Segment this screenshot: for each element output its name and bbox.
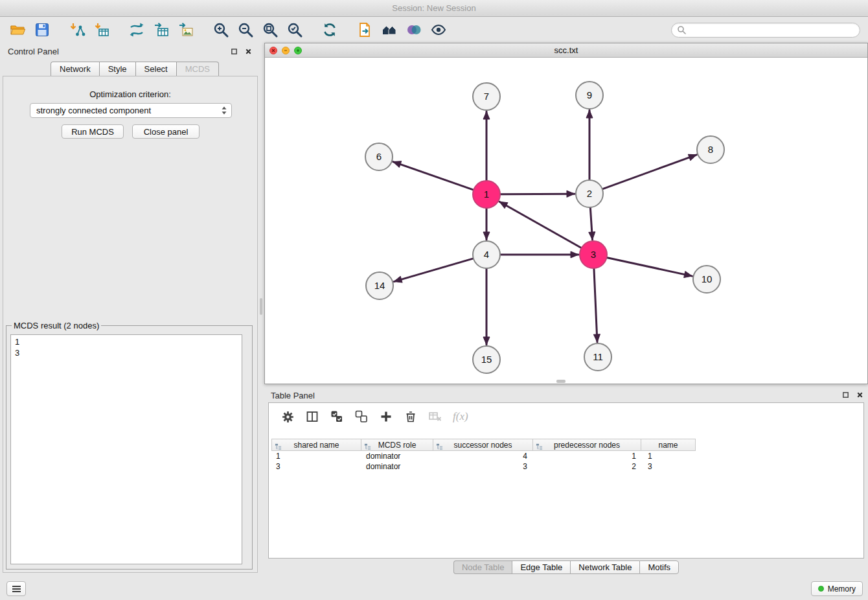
graph-node-1[interactable]: 1 <box>473 181 500 208</box>
graph-node-8[interactable]: 8 <box>697 136 724 163</box>
zoom-in-button[interactable] <box>211 19 231 40</box>
tab-select[interactable]: Select <box>135 62 176 76</box>
close-panel-button[interactable]: Close panel <box>132 124 200 139</box>
graph-edge-3-1[interactable] <box>499 202 582 248</box>
delete-table-button[interactable] <box>427 408 444 425</box>
export-network-button[interactable] <box>354 19 375 40</box>
tab-edge-table[interactable]: Edge Table <box>512 560 570 574</box>
graph-node-2[interactable]: 2 <box>576 180 603 207</box>
criterion-dropdown[interactable]: strongly connected component <box>30 103 232 118</box>
cell-shared-name[interactable]: 3 <box>271 461 361 472</box>
graph-node-label: 4 <box>484 249 489 260</box>
float-panel-button[interactable] <box>229 47 238 56</box>
tab-network[interactable]: Network <box>51 62 99 76</box>
search-field[interactable] <box>671 23 860 38</box>
mcds-result-list[interactable]: 1 3 <box>10 334 242 564</box>
new-network-button[interactable] <box>126 19 147 40</box>
graph-node-6[interactable]: 6 <box>365 143 393 170</box>
window-title: Session: New Session <box>392 3 475 13</box>
column-header-name[interactable]: name <box>641 439 696 451</box>
graph-node-14[interactable]: 14 <box>366 272 393 299</box>
save-session-button[interactable] <box>32 19 52 40</box>
delete-table-icon <box>428 410 442 423</box>
cell-predecessor-nodes[interactable]: 1 <box>534 451 643 461</box>
table-row[interactable]: 1 dominator 4 1 1 <box>271 451 861 461</box>
cell-name[interactable]: 3 <box>643 461 698 472</box>
toolbar-separator <box>114 30 124 30</box>
horizontal-scrollbar[interactable] <box>265 379 867 384</box>
export-image-button[interactable] <box>176 19 196 40</box>
graph-edge-1-6[interactable] <box>393 162 474 190</box>
unselect-all-columns-button[interactable] <box>353 408 370 425</box>
panel-divider[interactable] <box>258 43 264 577</box>
cell-predecessor-nodes[interactable]: 2 <box>534 461 643 472</box>
tab-network-table[interactable]: Network Table <box>570 560 639 574</box>
table-row[interactable]: 3 dominator 3 2 3 <box>271 461 861 472</box>
select-all-columns-button[interactable] <box>328 408 345 425</box>
graph-edge-4-14[interactable] <box>394 259 474 282</box>
graph-node-15[interactable]: 15 <box>473 346 500 373</box>
graph-node-4[interactable]: 4 <box>473 241 500 268</box>
mcds-result-box: MCDS result (2 nodes) 1 3 <box>6 321 253 570</box>
graph-node-10[interactable]: 10 <box>693 266 720 293</box>
graph-node-label: 1 <box>484 189 489 200</box>
graph-node-7[interactable]: 7 <box>473 83 500 110</box>
network-window-title: scc.txt <box>265 45 867 55</box>
import-network-button[interactable] <box>67 19 87 40</box>
graph-node-9[interactable]: 9 <box>576 82 603 109</box>
delete-column-button[interactable] <box>402 408 419 425</box>
cell-name[interactable]: 1 <box>643 451 698 461</box>
show-hide-button[interactable] <box>428 19 449 40</box>
tab-motifs[interactable]: Motifs <box>639 560 679 574</box>
table-panel: Table Panel <box>264 387 868 577</box>
cell-successor-nodes[interactable]: 3 <box>434 461 534 472</box>
show-columns-button[interactable] <box>304 408 321 425</box>
column-header-predecessor-nodes[interactable]: predecessor nodes <box>532 439 641 451</box>
cell-mcds-role[interactable]: dominator <box>361 451 434 461</box>
search-input[interactable] <box>689 25 854 35</box>
tab-node-table[interactable]: Node Table <box>453 560 512 574</box>
column-header-mcds-role[interactable]: MCDS role <box>361 439 433 451</box>
gear-icon <box>281 410 295 424</box>
refresh-button[interactable] <box>319 19 340 40</box>
panel-menu-button[interactable] <box>6 581 26 596</box>
function-builder-button[interactable]: f(x) <box>451 408 468 425</box>
close-table-panel-button[interactable] <box>855 390 864 399</box>
cell-shared-name[interactable]: 1 <box>271 451 361 461</box>
import-table-button[interactable] <box>91 19 112 40</box>
zoom-out-button[interactable] <box>235 19 256 40</box>
graph-edge-1-2[interactable] <box>500 194 575 194</box>
cell-mcds-role[interactable]: dominator <box>361 461 434 472</box>
zoom-fit-button[interactable] <box>260 19 280 40</box>
open-folder-button[interactable] <box>7 19 28 40</box>
new-table-button[interactable] <box>151 19 172 40</box>
tab-mcds[interactable]: MCDS <box>176 62 219 76</box>
graph-edge-3-10[interactable] <box>607 257 692 276</box>
style-venn-icon <box>405 21 422 38</box>
column-header-successor-nodes[interactable]: successor nodes <box>433 439 533 451</box>
table-options-button[interactable] <box>279 408 296 425</box>
zoom-selected-button[interactable] <box>284 19 305 40</box>
toolbar-separator <box>307 30 317 30</box>
graph-edge-2-8[interactable] <box>602 155 697 189</box>
trash-icon <box>404 410 417 423</box>
graph-node-3[interactable]: 3 <box>580 241 607 268</box>
network-graph[interactable]: 7968124314101511 <box>265 58 867 384</box>
cell-successor-nodes[interactable]: 4 <box>434 451 534 461</box>
graph-node-11[interactable]: 11 <box>584 343 611 371</box>
close-control-panel-button[interactable] <box>244 47 253 56</box>
run-mcds-button[interactable]: Run MCDS <box>62 124 124 139</box>
create-column-button[interactable] <box>378 408 394 425</box>
style-preview-button[interactable] <box>404 19 424 40</box>
graph-edge-3-11[interactable] <box>594 268 597 342</box>
network-canvas[interactable]: 7968124314101511 <box>265 58 867 384</box>
float-table-panel-button[interactable] <box>841 390 850 399</box>
column-header-shared-name[interactable]: shared name <box>271 439 361 451</box>
scrollbar-thumb[interactable] <box>556 380 565 383</box>
graph-edge-2-3[interactable] <box>590 207 592 240</box>
tab-style[interactable]: Style <box>99 62 135 76</box>
table-panel-tabbar: Node Table Edge Table Network Table Moti… <box>264 560 868 575</box>
divider-handle-icon[interactable] <box>260 298 262 315</box>
memory-button[interactable]: Memory <box>811 581 863 596</box>
home-view-button[interactable] <box>379 19 400 40</box>
